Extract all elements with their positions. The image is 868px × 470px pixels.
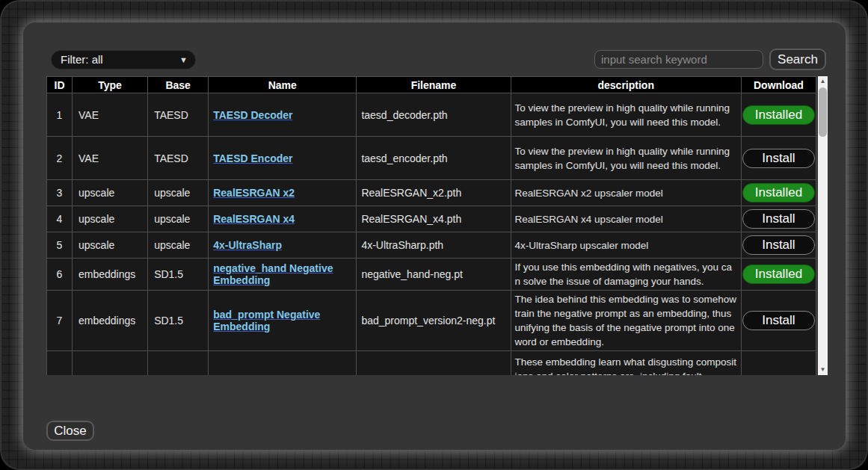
cell-filename: taesd_decoder.pth xyxy=(357,93,511,137)
cell-base: SD1.5 xyxy=(148,259,209,291)
model-name-link[interactable]: bad_prompt Negative Embedding xyxy=(213,309,320,333)
installed-button[interactable]: Installed xyxy=(742,183,815,202)
column-header-type: Type xyxy=(73,77,148,93)
cell-description: If you use this embedding with negatives… xyxy=(511,259,741,291)
cell-id: 4 xyxy=(47,206,73,232)
search-button[interactable]: Search xyxy=(769,49,826,70)
cell-type: upscale xyxy=(73,180,148,206)
cell-filename: RealESRGAN_x2.pth xyxy=(357,180,511,206)
close-button[interactable]: Close xyxy=(46,421,94,441)
table-row: 3upscaleupscaleRealESRGAN x2RealESRGAN_x… xyxy=(47,180,816,206)
cell-download xyxy=(741,351,816,376)
search-input[interactable] xyxy=(594,50,763,69)
cell-description: To view the preview in high quality whil… xyxy=(511,137,741,180)
model-name-link[interactable]: TAESD Encoder xyxy=(213,152,292,164)
chevron-down-icon: ▼ xyxy=(179,51,188,69)
model-name-link[interactable]: TAESD Decoder xyxy=(213,109,292,121)
cell-name xyxy=(209,351,357,376)
cell-filename: RealESRGAN_x4.pth xyxy=(357,206,511,232)
cell-description: These embedding learn what disgusting co… xyxy=(511,351,741,376)
cell-download: Install xyxy=(741,137,816,180)
column-header-download: Download xyxy=(741,77,816,93)
cell-name: TAESD Decoder xyxy=(209,93,357,137)
model-name-link[interactable]: RealESRGAN x2 xyxy=(213,187,295,199)
cell-id xyxy=(47,351,73,376)
filter-select-value: Filter: all xyxy=(61,51,103,69)
install-button[interactable]: Install xyxy=(742,209,815,229)
cell-type: upscale xyxy=(73,232,148,259)
scrollbar-thumb[interactable] xyxy=(819,87,827,137)
cell-download: Installed xyxy=(741,93,816,137)
column-header-id: ID xyxy=(47,77,73,93)
vertical-scrollbar[interactable]: ▲ ▼ xyxy=(818,76,828,375)
cell-name: RealESRGAN x2 xyxy=(209,180,357,206)
install-button[interactable]: Install xyxy=(742,311,815,330)
installed-button[interactable]: Installed xyxy=(742,105,815,125)
cell-id: 1 xyxy=(47,93,73,137)
model-table: IDTypeBaseNameFilenamedescriptionDownloa… xyxy=(46,76,816,375)
cell-description: RealESRGAN x4 upscaler model xyxy=(511,206,741,232)
cell-name: TAESD Encoder xyxy=(209,137,357,180)
model-name-link[interactable]: RealESRGAN x4 xyxy=(213,213,295,225)
cell-type: embeddings xyxy=(73,291,148,351)
cell-filename: 4x-UltraSharp.pth xyxy=(357,232,511,259)
scroll-up-arrow-icon[interactable]: ▲ xyxy=(818,76,828,87)
install-button[interactable]: Install xyxy=(742,235,815,255)
cell-type: upscale xyxy=(73,206,148,232)
cell-type: VAE xyxy=(73,93,148,137)
table-header-row: IDTypeBaseNameFilenamedescriptionDownloa… xyxy=(47,77,816,93)
cell-name: bad_prompt Negative Embedding xyxy=(209,291,357,351)
cell-id: 6 xyxy=(47,259,73,291)
cell-base: TAESD xyxy=(148,137,209,180)
cell-base: upscale xyxy=(148,232,209,259)
cell-type xyxy=(73,351,148,376)
cell-download: Installed xyxy=(741,180,816,206)
cell-id: 2 xyxy=(47,137,73,180)
table-row: 6embeddingsSD1.5negative_hand Negative E… xyxy=(47,259,816,291)
column-header-description: description xyxy=(511,77,741,93)
column-header-filename: Filename xyxy=(357,77,511,93)
installed-button[interactable]: Installed xyxy=(742,265,815,284)
cell-id: 3 xyxy=(47,180,73,206)
cell-name: negative_hand Negative Embedding xyxy=(209,259,357,291)
cell-download: Install xyxy=(741,291,816,351)
cell-id: 7 xyxy=(47,291,73,351)
cell-name: 4x-UltraSharp xyxy=(209,232,357,259)
cell-type: embeddings xyxy=(73,259,148,291)
table-row: 2VAETAESDTAESD Encodertaesd_encoder.pthT… xyxy=(47,137,816,180)
cell-download: Install xyxy=(741,206,816,232)
cell-filename: negative_hand-neg.pt xyxy=(357,259,511,291)
cell-name: RealESRGAN x4 xyxy=(209,206,357,232)
cell-download: Installed xyxy=(741,259,816,291)
model-name-link[interactable]: negative_hand Negative Embedding xyxy=(213,262,333,286)
model-manager-dialog: Filter: all ▼ Search IDTypeBaseNameFilen… xyxy=(23,22,846,450)
table-row: 4upscaleupscaleRealESRGAN x4RealESRGAN_x… xyxy=(47,206,816,232)
cell-base: upscale xyxy=(148,180,209,206)
cell-id: 5 xyxy=(47,232,73,259)
model-name-link[interactable]: 4x-UltraSharp xyxy=(213,239,282,251)
table-row: 7embeddingsSD1.5bad_prompt Negative Embe… xyxy=(47,291,816,351)
cell-filename: bad_prompt_version2-neg.pt xyxy=(357,291,511,351)
model-table-scroll-area: IDTypeBaseNameFilenamedescriptionDownloa… xyxy=(46,76,828,375)
column-header-name: Name xyxy=(209,77,357,93)
cell-base: upscale xyxy=(148,206,209,232)
cell-base xyxy=(148,351,209,376)
scroll-down-arrow-icon[interactable]: ▼ xyxy=(818,365,828,375)
cell-filename xyxy=(357,351,511,376)
filter-select[interactable]: Filter: all ▼ xyxy=(51,50,196,69)
cell-description: The idea behind this embedding was to so… xyxy=(511,291,741,351)
cell-base: TAESD xyxy=(148,93,209,137)
cell-filename: taesd_encoder.pth xyxy=(357,137,511,180)
cell-description: To view the preview in high quality whil… xyxy=(511,93,741,137)
cell-base: SD1.5 xyxy=(148,291,209,351)
table-row: 5upscaleupscale4x-UltraSharp4x-UltraShar… xyxy=(47,232,816,259)
column-header-base: Base xyxy=(148,77,209,93)
table-row: 1VAETAESDTAESD Decodertaesd_decoder.pthT… xyxy=(47,93,816,137)
cell-type: VAE xyxy=(73,137,148,180)
cell-description: 4x-UltraSharp upscaler model xyxy=(511,232,741,259)
cell-description: RealESRGAN x2 upscaler model xyxy=(511,180,741,206)
install-button[interactable]: Install xyxy=(742,149,815,168)
model-table-clip: IDTypeBaseNameFilenamedescriptionDownloa… xyxy=(46,76,818,375)
cell-download: Install xyxy=(741,232,816,259)
table-row: These embedding learn what disgusting co… xyxy=(47,351,816,376)
